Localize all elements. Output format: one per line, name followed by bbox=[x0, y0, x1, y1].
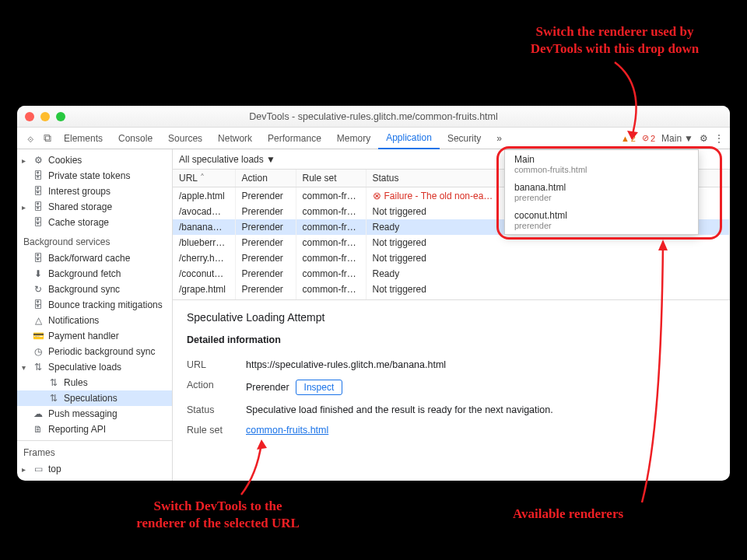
svg-marker-0 bbox=[627, 131, 638, 140]
svg-marker-2 bbox=[658, 240, 668, 250]
svg-marker-1 bbox=[257, 439, 267, 450]
annotation-arrows bbox=[0, 0, 747, 560]
